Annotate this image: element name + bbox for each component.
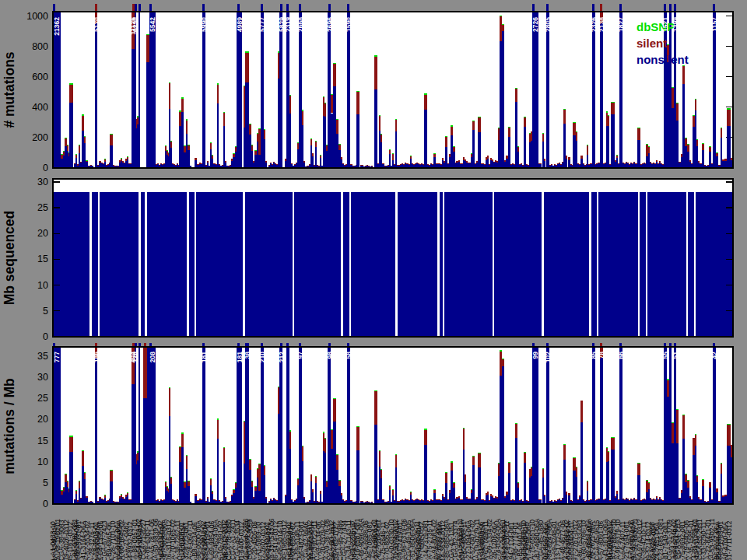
svg-text:Mb sequenced: Mb sequenced	[2, 211, 17, 306]
svg-text:102: 102	[544, 352, 552, 362]
svg-text:0: 0	[43, 163, 48, 173]
svg-text:2138: 2138	[598, 17, 605, 32]
svg-text:800: 800	[32, 41, 48, 52]
svg-text:1521: 1521	[661, 17, 669, 32]
svg-text:4989: 4989	[236, 17, 244, 32]
svg-text:2726: 2726	[531, 17, 539, 32]
svg-text:5120: 5120	[93, 17, 100, 32]
svg-text:1157: 1157	[710, 17, 718, 32]
svg-text:35: 35	[37, 351, 48, 362]
svg-text:55: 55	[661, 352, 669, 359]
svg-text:2805: 2805	[544, 17, 552, 32]
svg-text:1827: 1827	[617, 17, 625, 32]
svg-text:85: 85	[590, 352, 598, 359]
svg-text:30: 30	[37, 372, 48, 383]
svg-text:212: 212	[278, 352, 286, 362]
svg-text:15: 15	[37, 436, 48, 446]
svg-text:0: 0	[43, 331, 48, 342]
svg-text:21362: 21362	[53, 17, 61, 36]
svg-text:38: 38	[244, 352, 251, 359]
svg-text:78: 78	[598, 352, 605, 359]
svg-text:5542: 5542	[149, 17, 156, 32]
svg-text:mutations / Mb: mutations / Mb	[2, 378, 17, 474]
svg-text:98: 98	[326, 352, 334, 359]
svg-text:5: 5	[43, 478, 48, 488]
svg-text:2319: 2319	[284, 17, 292, 32]
svg-text:20: 20	[37, 414, 48, 425]
svg-text:777: 777	[53, 352, 61, 362]
svg-text:TCGA-61-7711-0312: TCGA-61-7711-0312	[725, 520, 733, 560]
svg-text:66: 66	[617, 352, 625, 359]
svg-text:181: 181	[200, 352, 208, 362]
svg-text:2696: 2696	[326, 17, 334, 32]
svg-text:25: 25	[37, 393, 48, 404]
svg-text:210: 210	[258, 352, 266, 362]
svg-text:10: 10	[37, 280, 48, 291]
svg-text:208: 208	[149, 352, 156, 362]
svg-text:181: 181	[236, 352, 244, 362]
svg-text:10: 10	[37, 457, 48, 467]
svg-text:186: 186	[93, 352, 100, 362]
svg-text:58: 58	[345, 352, 352, 359]
svg-text:99: 99	[531, 352, 539, 359]
svg-text:1590: 1590	[345, 17, 352, 32]
svg-text:2668: 2668	[296, 17, 304, 32]
svg-text:42: 42	[710, 352, 718, 359]
svg-text:400: 400	[32, 102, 48, 113]
svg-text:200: 200	[32, 132, 48, 143]
svg-text:1399: 1399	[672, 17, 679, 32]
svg-text:6230: 6230	[132, 17, 139, 32]
svg-text:600: 600	[32, 72, 48, 82]
svg-text:20: 20	[37, 228, 48, 239]
svg-text:silent: silent	[637, 37, 667, 50]
svg-text:nonsilent: nonsilent	[637, 53, 689, 66]
svg-text:5990: 5990	[200, 17, 208, 32]
svg-text:15: 15	[37, 254, 48, 264]
svg-text:226: 226	[132, 352, 139, 362]
svg-text:# mutations: # mutations	[2, 51, 17, 128]
svg-text:25: 25	[37, 202, 48, 213]
svg-text:5: 5	[43, 306, 48, 317]
svg-text:2326: 2326	[590, 17, 598, 32]
svg-text:0: 0	[43, 499, 48, 509]
svg-text:97: 97	[296, 352, 304, 359]
svg-text:30: 30	[37, 177, 48, 187]
svg-text:5777: 5777	[258, 17, 266, 32]
svg-text:1000: 1000	[26, 11, 48, 22]
svg-text:51: 51	[672, 352, 679, 359]
